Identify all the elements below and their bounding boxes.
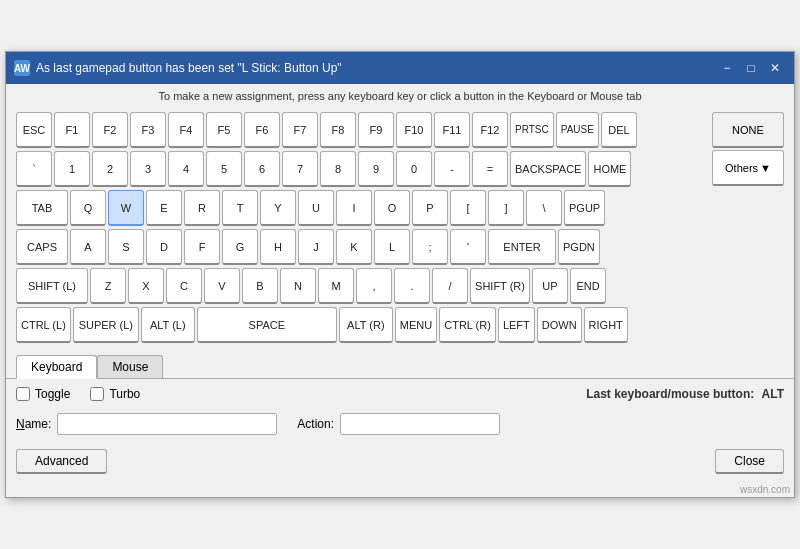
key-f3[interactable]: F3 (130, 112, 166, 148)
key-o[interactable]: O (374, 190, 410, 226)
key-row-2: ` 1 2 3 4 5 6 7 8 9 0 - = BACKSPACE HOME (16, 151, 706, 187)
close-button[interactable]: Close (715, 449, 784, 474)
key-7[interactable]: 7 (282, 151, 318, 187)
others-button[interactable]: Others ▼ (712, 150, 784, 186)
key-tab[interactable]: TAB (16, 190, 68, 226)
key-z[interactable]: Z (90, 268, 126, 304)
key-c[interactable]: C (166, 268, 202, 304)
key-j[interactable]: J (298, 229, 334, 265)
key-period[interactable]: . (394, 268, 430, 304)
key-shift-l[interactable]: SHIFT (L) (16, 268, 88, 304)
key-alt-l[interactable]: ALT (L) (141, 307, 195, 343)
key-f1[interactable]: F1 (54, 112, 90, 148)
key-r[interactable]: R (184, 190, 220, 226)
key-0[interactable]: 0 (396, 151, 432, 187)
key-y[interactable]: Y (260, 190, 296, 226)
key-left[interactable]: LEFT (498, 307, 535, 343)
close-window-button[interactable]: ✕ (764, 58, 786, 78)
key-t[interactable]: T (222, 190, 258, 226)
keys-column: ESC F1 F2 F3 F4 F5 F6 F7 F8 F9 F10 F11 F… (16, 112, 706, 343)
tab-mouse[interactable]: Mouse (97, 355, 163, 378)
key-q[interactable]: Q (70, 190, 106, 226)
key-k[interactable]: K (336, 229, 372, 265)
key-enter[interactable]: ENTER (488, 229, 556, 265)
none-button[interactable]: NONE (712, 112, 784, 148)
key-9[interactable]: 9 (358, 151, 394, 187)
key-5[interactable]: 5 (206, 151, 242, 187)
key-6[interactable]: 6 (244, 151, 280, 187)
key-backspace[interactable]: BACKSPACE (510, 151, 586, 187)
key-up[interactable]: UP (532, 268, 568, 304)
key-h[interactable]: H (260, 229, 296, 265)
key-8[interactable]: 8 (320, 151, 356, 187)
key-f9[interactable]: F9 (358, 112, 394, 148)
key-e[interactable]: E (146, 190, 182, 226)
key-3[interactable]: 3 (130, 151, 166, 187)
key-prtsc[interactable]: PRTSC (510, 112, 554, 148)
key-alt-r[interactable]: ALT (R) (339, 307, 393, 343)
key-2[interactable]: 2 (92, 151, 128, 187)
key-comma[interactable]: , (356, 268, 392, 304)
key-f11[interactable]: F11 (434, 112, 470, 148)
advanced-button[interactable]: Advanced (16, 449, 107, 474)
key-s[interactable]: S (108, 229, 144, 265)
key-l[interactable]: L (374, 229, 410, 265)
key-a[interactable]: A (70, 229, 106, 265)
key-lbracket[interactable]: [ (450, 190, 486, 226)
key-b[interactable]: B (242, 268, 278, 304)
key-backslash[interactable]: \ (526, 190, 562, 226)
key-x[interactable]: X (128, 268, 164, 304)
key-semicolon[interactable]: ; (412, 229, 448, 265)
key-pgup[interactable]: PGUP (564, 190, 605, 226)
key-f12[interactable]: F12 (472, 112, 508, 148)
key-home[interactable]: HOME (588, 151, 631, 187)
key-f8[interactable]: F8 (320, 112, 356, 148)
key-f6[interactable]: F6 (244, 112, 280, 148)
key-quote[interactable]: ' (450, 229, 486, 265)
toggle-checkbox[interactable] (16, 387, 30, 401)
key-m[interactable]: M (318, 268, 354, 304)
key-pgdn[interactable]: PGDN (558, 229, 600, 265)
key-down[interactable]: DOWN (537, 307, 582, 343)
key-f7[interactable]: F7 (282, 112, 318, 148)
turbo-checkbox[interactable] (90, 387, 104, 401)
title-bar-controls: − □ ✕ (716, 58, 786, 78)
key-p[interactable]: P (412, 190, 448, 226)
key-end[interactable]: END (570, 268, 606, 304)
key-d[interactable]: D (146, 229, 182, 265)
minimize-button[interactable]: − (716, 58, 738, 78)
key-super-l[interactable]: SUPER (L) (73, 307, 139, 343)
key-ctrl-l[interactable]: CTRL (L) (16, 307, 71, 343)
name-input[interactable] (57, 413, 277, 435)
key-menu[interactable]: MENU (395, 307, 437, 343)
tab-keyboard[interactable]: Keyboard (16, 355, 97, 379)
key-f10[interactable]: F10 (396, 112, 432, 148)
key-w[interactable]: W (108, 190, 144, 226)
key-f[interactable]: F (184, 229, 220, 265)
key-rbracket[interactable]: ] (488, 190, 524, 226)
key-right[interactable]: RIGHT (584, 307, 628, 343)
key-n[interactable]: N (280, 268, 316, 304)
key-1[interactable]: 1 (54, 151, 90, 187)
key-space[interactable]: SPACE (197, 307, 337, 343)
action-input[interactable] (340, 413, 500, 435)
key-slash[interactable]: / (432, 268, 468, 304)
key-i[interactable]: I (336, 190, 372, 226)
key-ctrl-r[interactable]: CTRL (R) (439, 307, 496, 343)
key-backtick[interactable]: ` (16, 151, 52, 187)
key-equals[interactable]: = (472, 151, 508, 187)
key-4[interactable]: 4 (168, 151, 204, 187)
key-v[interactable]: V (204, 268, 240, 304)
key-f5[interactable]: F5 (206, 112, 242, 148)
maximize-button[interactable]: □ (740, 58, 762, 78)
key-del[interactable]: DEL (601, 112, 637, 148)
key-pause[interactable]: PAUSE (556, 112, 599, 148)
key-caps[interactable]: CAPS (16, 229, 68, 265)
key-minus[interactable]: - (434, 151, 470, 187)
key-u[interactable]: U (298, 190, 334, 226)
key-f4[interactable]: F4 (168, 112, 204, 148)
key-f2[interactable]: F2 (92, 112, 128, 148)
key-esc[interactable]: ESC (16, 112, 52, 148)
key-shift-r[interactable]: SHIFT (R) (470, 268, 530, 304)
key-g[interactable]: G (222, 229, 258, 265)
